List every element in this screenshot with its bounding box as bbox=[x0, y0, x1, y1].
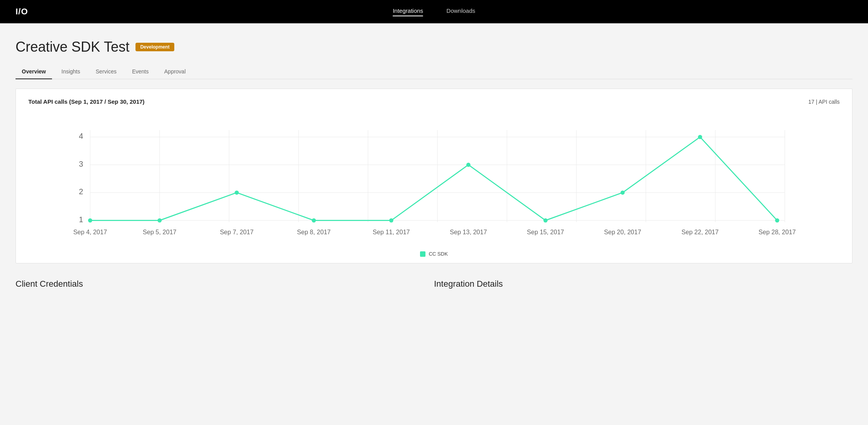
svg-point-26 bbox=[620, 190, 625, 195]
svg-text:Sep 15, 2017: Sep 15, 2017 bbox=[527, 228, 564, 235]
chart-card: Total API calls (Sep 1, 2017 / Sep 30, 2… bbox=[16, 89, 852, 263]
chart-legend: CC SDK bbox=[28, 251, 840, 257]
nav-downloads[interactable]: Downloads bbox=[446, 7, 475, 16]
tab-events[interactable]: Events bbox=[126, 64, 155, 79]
bottom-sections: Client Credentials Integration Details bbox=[16, 276, 852, 292]
nav-integrations[interactable]: Integrations bbox=[393, 7, 423, 16]
svg-text:Sep 8, 2017: Sep 8, 2017 bbox=[297, 228, 331, 235]
chart-title: Total API calls (Sep 1, 2017 / Sep 30, 2… bbox=[28, 98, 144, 105]
svg-text:1: 1 bbox=[79, 215, 83, 224]
integration-details-header: Integration Details bbox=[434, 276, 852, 292]
tab-nav: Overview Insights Services Events Approv… bbox=[16, 64, 852, 79]
legend-dot bbox=[420, 251, 425, 257]
svg-point-24 bbox=[466, 163, 470, 167]
svg-point-27 bbox=[698, 135, 702, 139]
topnav-links: Integrations Downloads bbox=[393, 7, 476, 16]
logo: I/O bbox=[16, 7, 28, 17]
svg-text:Sep 5, 2017: Sep 5, 2017 bbox=[143, 228, 177, 235]
svg-text:Sep 13, 2017: Sep 13, 2017 bbox=[450, 228, 487, 235]
tab-overview[interactable]: Overview bbox=[16, 64, 52, 79]
dev-badge: Development bbox=[135, 43, 174, 51]
topnav: I/O Integrations Downloads bbox=[0, 0, 868, 23]
svg-point-20 bbox=[158, 218, 162, 223]
svg-text:2: 2 bbox=[79, 187, 83, 196]
svg-text:4: 4 bbox=[79, 132, 83, 140]
app-title: Creative SDK Test bbox=[16, 39, 129, 55]
svg-text:Sep 7, 2017: Sep 7, 2017 bbox=[220, 228, 253, 235]
svg-text:Sep 28, 2017: Sep 28, 2017 bbox=[759, 228, 796, 235]
chart-total: 17 | API calls bbox=[808, 99, 840, 105]
chart-svg: 4 3 2 1 Sep 4, 2017 Sep 5, 2017 Sep 7, 2… bbox=[28, 113, 840, 245]
svg-text:Sep 4, 2017: Sep 4, 2017 bbox=[73, 228, 107, 235]
svg-text:Sep 22, 2017: Sep 22, 2017 bbox=[681, 228, 719, 235]
app-header: Creative SDK Test Development bbox=[16, 39, 852, 55]
page-content: Creative SDK Test Development Overview I… bbox=[0, 23, 868, 292]
client-credentials-header: Client Credentials bbox=[16, 276, 434, 292]
svg-point-22 bbox=[312, 218, 316, 223]
svg-point-28 bbox=[775, 218, 779, 223]
tab-approval[interactable]: Approval bbox=[158, 64, 192, 79]
chart-header: Total API calls (Sep 1, 2017 / Sep 30, 2… bbox=[28, 98, 840, 105]
svg-point-25 bbox=[543, 218, 548, 223]
svg-point-23 bbox=[389, 218, 394, 223]
svg-point-19 bbox=[88, 218, 92, 223]
tab-services[interactable]: Services bbox=[90, 64, 123, 79]
svg-text:Sep 11, 2017: Sep 11, 2017 bbox=[373, 228, 410, 235]
legend-label: CC SDK bbox=[429, 251, 448, 257]
svg-text:3: 3 bbox=[79, 160, 83, 168]
svg-point-21 bbox=[234, 190, 239, 195]
svg-text:Sep 20, 2017: Sep 20, 2017 bbox=[604, 228, 641, 235]
tab-insights[interactable]: Insights bbox=[55, 64, 86, 79]
